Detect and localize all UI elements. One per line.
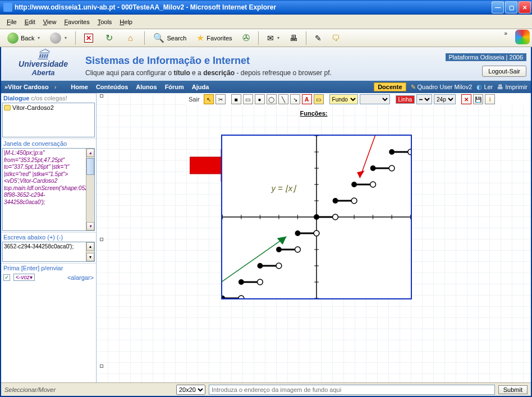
menu-edit[interactable]: Edit — [21, 17, 39, 27]
svg-point-39 — [314, 230, 319, 236]
voice-checkbox[interactable]: ✓ — [3, 274, 10, 281]
line-tool[interactable]: ╲ — [278, 94, 288, 104]
scrollbar[interactable]: ▴ ▾ — [86, 149, 94, 230]
home-button[interactable]: ⌂ — [121, 30, 140, 46]
svg-point-35 — [276, 247, 282, 252]
forward-button[interactable]: ▾ — [46, 30, 71, 46]
canvas-title: Funções: — [97, 110, 531, 117]
svg-marker-57 — [357, 170, 364, 178]
voice-select[interactable]: <-voz▾ — [13, 274, 35, 281]
user-row[interactable]: Vitor-Cardoso2 — [4, 104, 93, 111]
mode-label: Seleccionar/Mover — [4, 386, 173, 393]
line-width-select[interactable]: ━ — [416, 94, 432, 104]
svg-point-30 — [257, 279, 263, 285]
nav-home[interactable]: Home — [71, 84, 88, 90]
window-title: http://www.odisseia1.univ-ab.pt - 000Tes… — [15, 3, 490, 11]
submit-button[interactable]: Submit — [498, 385, 528, 394]
ellipse-filled-tool[interactable]: ● — [255, 94, 265, 104]
bg-url-input[interactable] — [209, 385, 495, 395]
scrollbar[interactable]: ▴ ▾ — [86, 242, 94, 261]
ellipse-tool[interactable]: ◯ — [267, 94, 277, 104]
current-user-label: »Vitor Cardoso — [4, 84, 49, 90]
window-close[interactable]: ✕ — [519, 1, 531, 13]
users-panel[interactable]: Vitor-Cardoso2 — [2, 103, 95, 137]
svg-point-32 — [257, 263, 263, 269]
separator — [258, 31, 259, 45]
menu-favorites[interactable]: Favorites — [61, 17, 93, 27]
history-button[interactable]: ✇ — [239, 30, 254, 45]
course-navbar: »Vitor Cardoso › HomeConteúdosAlunosFóru… — [1, 81, 531, 93]
rect-tool[interactable]: ▭ — [243, 94, 253, 104]
svg-point-45 — [351, 198, 357, 204]
user-icon — [4, 105, 11, 110]
favorites-button[interactable]: ★Favorites — [192, 30, 236, 45]
refresh-button[interactable]: ↻ — [99, 30, 118, 46]
nav-ajuda[interactable]: Ajuda — [192, 84, 209, 90]
svg-point-50 — [370, 165, 376, 171]
ie-throbber-icon — [513, 29, 532, 45]
empty-select[interactable] — [360, 94, 390, 104]
rect-filled-tool[interactable]: ■ — [231, 94, 241, 104]
grid-select[interactable]: 20x20 — [176, 385, 205, 395]
scroll-down-button[interactable]: ▾ — [86, 222, 94, 230]
edit-button[interactable]: ✎ — [311, 31, 325, 45]
whiteboard-link[interactable]: ✎Quadro User Milov2 — [411, 84, 473, 91]
highlight-tool[interactable]: ▭ — [314, 94, 324, 104]
line-color-button[interactable]: Linha — [396, 95, 415, 104]
scroll-up-button[interactable]: ▴ — [86, 149, 94, 157]
search-button[interactable]: 🔍Search — [149, 30, 190, 45]
svg-text:y = ⌊x⌋: y = ⌊x⌋ — [271, 184, 297, 193]
svg-point-29 — [239, 279, 244, 285]
dialogue-title: Dialogue c/os colegas! — [1, 93, 96, 103]
scroll-down-button[interactable]: ▾ — [86, 253, 94, 261]
delete-button[interactable]: ✕ — [461, 94, 471, 104]
svg-point-48 — [370, 182, 376, 187]
toolbar-overflow-icon[interactable]: » — [504, 30, 507, 36]
back-button[interactable]: Back▾ — [3, 30, 44, 46]
separator — [75, 31, 76, 45]
select-tool[interactable]: ↖ — [204, 94, 214, 104]
svg-point-42 — [333, 214, 338, 220]
save-button[interactable]: 💾 — [473, 94, 483, 104]
cut-tool[interactable]: ✂ — [215, 94, 226, 104]
info-button[interactable]: i — [485, 94, 495, 104]
selection-handles[interactable] — [98, 93, 106, 382]
chat-input-panel[interactable]: 3652-c294-344258c0aca0'); ▴ ▾ — [2, 242, 95, 262]
print-button[interactable]: 🖶 — [286, 31, 301, 45]
arrow-tool[interactable]: ↘ — [290, 94, 300, 104]
floor-function-chart[interactable]: y = ⌊x⌋ — [221, 135, 412, 299]
chatlog-panel[interactable]: |M-L:450px;|p:a" from="353.25pt,47.25pt"… — [2, 148, 95, 231]
page-header: 🏛 Universidade Aberta Sistemas de Inform… — [1, 47, 531, 81]
size-select[interactable]: 24p — [434, 94, 456, 104]
svg-point-53 — [389, 149, 395, 155]
svg-point-26 — [222, 296, 225, 298]
fill-select[interactable]: Fundo — [329, 94, 358, 104]
menu-help[interactable]: Help — [116, 17, 136, 27]
svg-point-36 — [295, 247, 301, 252]
svg-point-38 — [295, 230, 301, 236]
window-minimize[interactable]: — — [492, 1, 504, 13]
print-link[interactable]: 🖶Imprimir — [497, 84, 528, 90]
scroll-up-button[interactable]: ▴ — [86, 242, 94, 251]
svg-point-51 — [389, 165, 395, 171]
read-link[interactable]: ◐Ler — [476, 84, 493, 91]
drawing-toolbar: Sair ↖ ✂ ■ ▭ ● ◯ ╲ ↘ A ▭ Fundo Linha ━ 2… — [186, 93, 531, 105]
exit-link[interactable]: Sair — [189, 96, 200, 103]
mail-button[interactable]: ✉▾ — [263, 31, 283, 45]
scroll-thumb[interactable] — [86, 158, 94, 175]
nav-alunos[interactable]: Alunos — [136, 84, 157, 90]
nav-fórum[interactable]: Fórum — [165, 84, 184, 90]
page-subtitle[interactable]: Clique aqui para configurar o título e a… — [85, 69, 446, 77]
whiteboard-canvas[interactable]: Sair ↖ ✂ ■ ▭ ● ◯ ╲ ↘ A ▭ Fundo Linha ━ 2… — [97, 93, 531, 382]
menu-tools[interactable]: Tools — [94, 17, 116, 27]
menu-view[interactable]: View — [40, 17, 60, 27]
text-tool[interactable]: A — [302, 94, 312, 104]
svg-point-41 — [314, 214, 319, 220]
stop-button[interactable]: ✕ — [80, 31, 97, 45]
logout-button[interactable]: Logout-Sair — [482, 66, 526, 77]
discuss-button[interactable]: 🗨 — [328, 31, 343, 45]
window-maximize[interactable]: ▢ — [505, 1, 517, 13]
menu-file[interactable]: File — [3, 17, 20, 27]
expand-link[interactable]: <alargar> — [67, 274, 94, 281]
nav-conteúdos[interactable]: Conteúdos — [96, 84, 128, 90]
